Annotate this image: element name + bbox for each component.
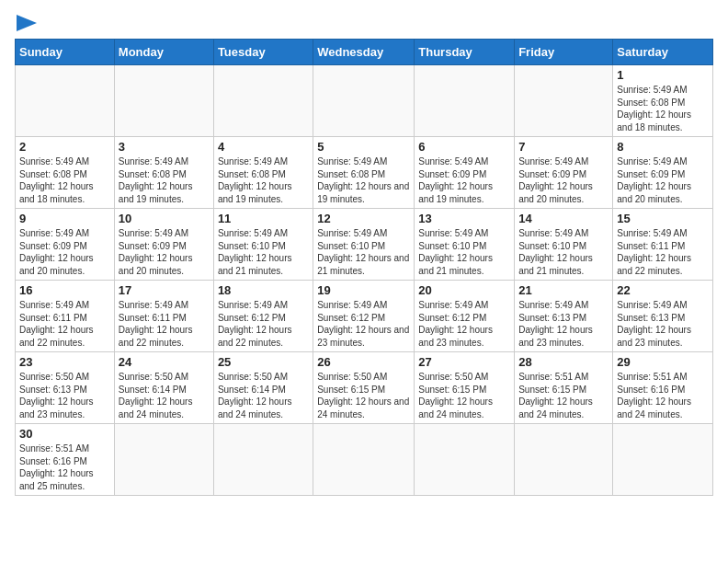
day-cell: 24Sunrise: 5:50 AM Sunset: 6:14 PM Dayli… xyxy=(114,352,213,424)
day-number: 25 xyxy=(218,355,309,369)
day-cell: 29Sunrise: 5:51 AM Sunset: 6:16 PM Dayli… xyxy=(613,352,713,424)
header-cell-wednesday: Wednesday xyxy=(313,40,415,65)
calendar-table: SundayMondayTuesdayWednesdayThursdayFrid… xyxy=(15,39,713,496)
day-cell xyxy=(114,424,213,496)
day-cell: 15Sunrise: 5:49 AM Sunset: 6:11 PM Dayli… xyxy=(613,209,713,281)
logo xyxy=(15,15,37,31)
header-cell-thursday: Thursday xyxy=(415,40,515,65)
day-cell: 16Sunrise: 5:49 AM Sunset: 6:11 PM Dayli… xyxy=(16,281,115,352)
day-cell: 30Sunrise: 5:51 AM Sunset: 6:16 PM Dayli… xyxy=(16,424,115,496)
day-cell: 3Sunrise: 5:49 AM Sunset: 6:08 PM Daylig… xyxy=(114,137,213,209)
day-number: 13 xyxy=(418,212,510,225)
day-info: Sunrise: 5:49 AM Sunset: 6:13 PM Dayligh… xyxy=(617,299,709,349)
day-info: Sunrise: 5:49 AM Sunset: 6:12 PM Dayligh… xyxy=(317,299,410,349)
day-info: Sunrise: 5:49 AM Sunset: 6:10 PM Dayligh… xyxy=(518,227,609,277)
day-cell xyxy=(16,65,115,137)
day-number: 24 xyxy=(119,355,210,369)
day-info: Sunrise: 5:50 AM Sunset: 6:14 PM Dayligh… xyxy=(218,371,309,420)
day-info: Sunrise: 5:49 AM Sunset: 6:10 PM Dayligh… xyxy=(418,227,510,277)
day-cell: 25Sunrise: 5:50 AM Sunset: 6:14 PM Dayli… xyxy=(213,352,313,424)
day-cell: 21Sunrise: 5:49 AM Sunset: 6:13 PM Dayli… xyxy=(515,281,613,352)
day-cell: 22Sunrise: 5:49 AM Sunset: 6:13 PM Dayli… xyxy=(613,281,713,352)
page-header xyxy=(15,15,713,31)
day-number: 3 xyxy=(119,140,210,154)
day-number: 29 xyxy=(617,355,709,369)
day-cell: 28Sunrise: 5:51 AM Sunset: 6:15 PM Dayli… xyxy=(515,352,613,424)
day-number: 20 xyxy=(418,283,510,297)
day-number: 18 xyxy=(218,283,309,297)
day-number: 2 xyxy=(19,140,110,154)
day-cell: 7Sunrise: 5:49 AM Sunset: 6:09 PM Daylig… xyxy=(515,137,613,209)
week-row-5: 23Sunrise: 5:50 AM Sunset: 6:13 PM Dayli… xyxy=(16,352,713,424)
day-number: 12 xyxy=(317,212,410,225)
header-cell-saturday: Saturday xyxy=(613,40,713,65)
day-cell: 2Sunrise: 5:49 AM Sunset: 6:08 PM Daylig… xyxy=(16,137,115,209)
day-info: Sunrise: 5:49 AM Sunset: 6:08 PM Dayligh… xyxy=(119,155,210,205)
day-cell xyxy=(515,424,613,496)
day-number: 6 xyxy=(418,140,510,154)
day-cell xyxy=(114,65,213,137)
header-cell-friday: Friday xyxy=(515,40,613,65)
week-row-3: 9Sunrise: 5:49 AM Sunset: 6:09 PM Daylig… xyxy=(16,209,713,281)
day-cell: 13Sunrise: 5:49 AM Sunset: 6:10 PM Dayli… xyxy=(415,209,515,281)
day-cell xyxy=(213,424,313,496)
day-number: 11 xyxy=(218,212,309,225)
day-info: Sunrise: 5:51 AM Sunset: 6:16 PM Dayligh… xyxy=(19,442,110,492)
day-cell: 6Sunrise: 5:49 AM Sunset: 6:09 PM Daylig… xyxy=(415,137,515,209)
day-number: 17 xyxy=(119,283,210,297)
week-row-6: 30Sunrise: 5:51 AM Sunset: 6:16 PM Dayli… xyxy=(16,424,713,496)
header-cell-sunday: Sunday xyxy=(16,40,115,65)
day-number: 10 xyxy=(119,212,210,225)
day-cell xyxy=(313,424,415,496)
day-number: 23 xyxy=(19,355,110,369)
day-info: Sunrise: 5:49 AM Sunset: 6:09 PM Dayligh… xyxy=(119,227,210,277)
day-cell: 10Sunrise: 5:49 AM Sunset: 6:09 PM Dayli… xyxy=(114,209,213,281)
day-info: Sunrise: 5:49 AM Sunset: 6:08 PM Dayligh… xyxy=(218,155,309,205)
day-number: 26 xyxy=(317,355,410,369)
day-info: Sunrise: 5:51 AM Sunset: 6:15 PM Dayligh… xyxy=(518,371,609,420)
day-cell: 27Sunrise: 5:50 AM Sunset: 6:15 PM Dayli… xyxy=(415,352,515,424)
day-info: Sunrise: 5:49 AM Sunset: 6:10 PM Dayligh… xyxy=(218,227,309,277)
day-number: 5 xyxy=(317,140,410,154)
day-cell: 9Sunrise: 5:49 AM Sunset: 6:09 PM Daylig… xyxy=(16,209,115,281)
day-info: Sunrise: 5:49 AM Sunset: 6:12 PM Dayligh… xyxy=(218,299,309,349)
day-info: Sunrise: 5:49 AM Sunset: 6:11 PM Dayligh… xyxy=(617,227,709,277)
day-number: 30 xyxy=(19,427,110,441)
day-number: 14 xyxy=(518,212,609,225)
day-cell: 8Sunrise: 5:49 AM Sunset: 6:09 PM Daylig… xyxy=(613,137,713,209)
week-row-4: 16Sunrise: 5:49 AM Sunset: 6:11 PM Dayli… xyxy=(16,281,713,352)
week-row-1: 1Sunrise: 5:49 AM Sunset: 6:08 PM Daylig… xyxy=(16,65,713,137)
day-number: 1 xyxy=(617,68,709,82)
day-cell: 12Sunrise: 5:49 AM Sunset: 6:10 PM Dayli… xyxy=(313,209,415,281)
logo-triangle-icon xyxy=(17,15,37,31)
day-number: 4 xyxy=(218,140,309,154)
svg-marker-0 xyxy=(17,15,37,31)
day-cell: 18Sunrise: 5:49 AM Sunset: 6:12 PM Dayli… xyxy=(213,281,313,352)
day-cell: 23Sunrise: 5:50 AM Sunset: 6:13 PM Dayli… xyxy=(16,352,115,424)
day-info: Sunrise: 5:49 AM Sunset: 6:09 PM Dayligh… xyxy=(418,155,510,205)
day-cell: 5Sunrise: 5:49 AM Sunset: 6:08 PM Daylig… xyxy=(313,137,415,209)
day-number: 8 xyxy=(617,140,709,154)
calendar-body: 1Sunrise: 5:49 AM Sunset: 6:08 PM Daylig… xyxy=(16,65,713,496)
header-cell-tuesday: Tuesday xyxy=(213,40,313,65)
day-cell xyxy=(415,424,515,496)
day-info: Sunrise: 5:49 AM Sunset: 6:08 PM Dayligh… xyxy=(317,155,410,205)
day-number: 27 xyxy=(418,355,510,369)
day-cell: 26Sunrise: 5:50 AM Sunset: 6:15 PM Dayli… xyxy=(313,352,415,424)
day-number: 7 xyxy=(518,140,609,154)
day-cell xyxy=(213,65,313,137)
day-cell: 19Sunrise: 5:49 AM Sunset: 6:12 PM Dayli… xyxy=(313,281,415,352)
day-info: Sunrise: 5:49 AM Sunset: 6:11 PM Dayligh… xyxy=(119,299,210,349)
day-cell: 20Sunrise: 5:49 AM Sunset: 6:12 PM Dayli… xyxy=(415,281,515,352)
day-info: Sunrise: 5:50 AM Sunset: 6:13 PM Dayligh… xyxy=(19,371,110,420)
day-number: 15 xyxy=(617,212,709,225)
day-info: Sunrise: 5:49 AM Sunset: 6:09 PM Dayligh… xyxy=(19,227,110,277)
day-info: Sunrise: 5:49 AM Sunset: 6:09 PM Dayligh… xyxy=(617,155,709,205)
day-cell: 1Sunrise: 5:49 AM Sunset: 6:08 PM Daylig… xyxy=(613,65,713,137)
day-cell xyxy=(313,65,415,137)
day-cell: 17Sunrise: 5:49 AM Sunset: 6:11 PM Dayli… xyxy=(114,281,213,352)
header-row: SundayMondayTuesdayWednesdayThursdayFrid… xyxy=(16,40,713,65)
calendar-header: SundayMondayTuesdayWednesdayThursdayFrid… xyxy=(16,40,713,65)
day-cell xyxy=(613,424,713,496)
day-info: Sunrise: 5:49 AM Sunset: 6:10 PM Dayligh… xyxy=(317,227,410,277)
